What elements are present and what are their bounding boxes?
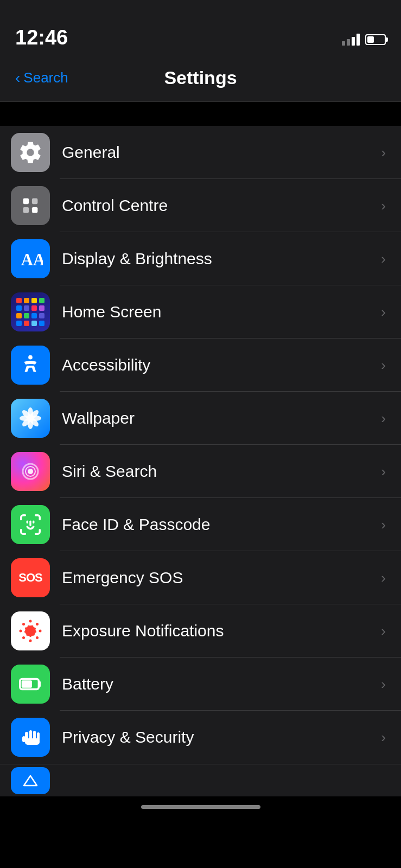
svg-point-24 xyxy=(29,640,32,642)
privacy-chevron: › xyxy=(381,729,386,746)
status-bar: 12:46 xyxy=(0,0,401,54)
signal-icon xyxy=(342,34,360,46)
privacy-label: Privacy & Security xyxy=(62,728,375,746)
faceid-label: Face ID & Passcode xyxy=(62,515,375,534)
settings-item-siri[interactable]: Siri & Search › xyxy=(0,445,401,498)
settings-item-homescreen[interactable]: Home Screen › xyxy=(0,285,401,339)
svg-rect-0 xyxy=(23,199,29,205)
wallpaper-chevron: › xyxy=(381,410,386,427)
homescreen-chevron: › xyxy=(381,304,386,321)
homescreen-label: Home Screen xyxy=(62,303,375,321)
siri-chevron: › xyxy=(381,463,386,480)
faceid-chevron: › xyxy=(381,516,386,533)
svg-text:AA: AA xyxy=(21,251,43,269)
svg-point-25 xyxy=(22,636,25,639)
settings-list: General › Control Centre › AA Display & … xyxy=(0,126,401,764)
sos-label: Emergency SOS xyxy=(62,569,375,587)
battery-icon-wrap xyxy=(11,665,50,704)
nav-bar: ‹ Search Settings xyxy=(0,54,401,102)
partial-icon xyxy=(11,767,50,794)
settings-item-display[interactable]: AA Display & Brightness › xyxy=(0,232,401,285)
partial-item-row xyxy=(0,764,401,796)
svg-point-27 xyxy=(22,623,25,626)
svg-rect-1 xyxy=(32,199,38,205)
control-centre-icon xyxy=(11,186,50,225)
control-centre-chevron: › xyxy=(381,197,386,214)
back-chevron-icon: ‹ xyxy=(15,69,20,87)
svg-rect-2 xyxy=(23,207,29,213)
svg-rect-29 xyxy=(22,680,32,687)
svg-rect-3 xyxy=(32,207,38,213)
general-chevron: › xyxy=(381,144,386,161)
battery-label: Battery xyxy=(62,675,375,693)
display-chevron: › xyxy=(381,251,386,267)
back-label: Search xyxy=(23,69,68,86)
status-icons xyxy=(342,34,386,46)
battery-status-icon xyxy=(365,34,386,45)
exposure-label: Exposure Notifications xyxy=(62,622,375,640)
settings-item-faceid[interactable]: Face ID & Passcode › xyxy=(0,498,401,551)
accessibility-icon xyxy=(11,346,50,385)
homescreen-icon xyxy=(11,292,50,331)
display-label: Display & Brightness xyxy=(62,250,375,268)
settings-item-privacy[interactable]: Privacy & Security › xyxy=(0,711,401,764)
svg-point-26 xyxy=(20,630,22,633)
svg-point-20 xyxy=(29,620,32,623)
exposure-chevron: › xyxy=(381,623,386,640)
general-label: General xyxy=(62,143,375,162)
privacy-icon xyxy=(11,718,50,757)
accessibility-label: Accessibility xyxy=(62,356,375,374)
status-time: 12:46 xyxy=(15,27,68,48)
svg-point-22 xyxy=(39,630,42,633)
svg-point-23 xyxy=(36,636,39,639)
settings-item-exposure[interactable]: Exposure Notifications › xyxy=(0,604,401,658)
general-icon xyxy=(11,133,50,172)
settings-item-accessibility[interactable]: Accessibility › xyxy=(0,339,401,392)
sos-icon: SOS xyxy=(11,558,50,597)
exposure-icon xyxy=(11,611,50,650)
svg-point-5 xyxy=(28,355,33,360)
wallpaper-icon xyxy=(11,399,50,438)
settings-item-wallpaper[interactable]: Wallpaper › xyxy=(0,392,401,445)
home-indicator xyxy=(141,805,260,809)
back-button[interactable]: ‹ Search xyxy=(15,69,68,87)
svg-point-21 xyxy=(36,623,39,626)
svg-point-17 xyxy=(28,469,33,474)
settings-item-sos[interactable]: SOS Emergency SOS › xyxy=(0,551,401,604)
sos-chevron: › xyxy=(381,570,386,586)
settings-item-general[interactable]: General › xyxy=(0,126,401,179)
svg-rect-35 xyxy=(22,736,26,742)
svg-rect-34 xyxy=(25,738,40,745)
faceid-icon xyxy=(11,505,50,544)
battery-chevron: › xyxy=(381,676,386,693)
page-title: Settings xyxy=(164,67,237,88)
siri-label: Siri & Search xyxy=(62,462,375,481)
siri-icon xyxy=(11,452,50,491)
settings-item-control-centre[interactable]: Control Centre › xyxy=(0,179,401,232)
accessibility-chevron: › xyxy=(381,357,386,374)
svg-point-14 xyxy=(27,414,34,422)
wallpaper-label: Wallpaper xyxy=(62,409,375,427)
settings-item-battery[interactable]: Battery › xyxy=(0,658,401,711)
bottom-bar xyxy=(0,796,401,851)
display-icon: AA xyxy=(11,239,50,278)
control-centre-label: Control Centre xyxy=(62,196,375,215)
separator xyxy=(0,102,401,126)
